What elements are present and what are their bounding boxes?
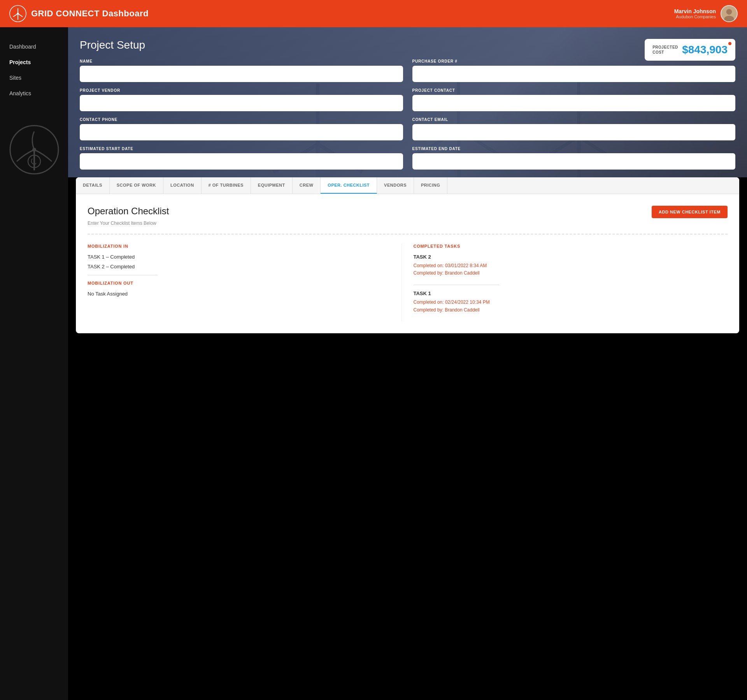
header: GRID CONNECT Dashboard Marvin Johnson Au… — [0, 0, 747, 27]
form-label-start-date: ESTIMATED START DATE — [80, 147, 403, 151]
checklist-columns: MOBILIZATION IN TASK 1 – Completed TASK … — [88, 244, 728, 322]
checklist-left: MOBILIZATION IN TASK 1 – Completed TASK … — [88, 244, 402, 322]
sidebar-item-analytics[interactable]: Analytics — [0, 86, 68, 101]
completed-task-1-completed-by: Completed by: Brandon Caddell — [414, 306, 728, 314]
svg-point-5 — [17, 13, 19, 15]
mobilization-out-title: MOBILIZATION OUT — [88, 281, 390, 285]
sidebar-item-projects[interactable]: Projects — [0, 54, 68, 70]
form-label-phone: CONTACT PHONE — [80, 117, 403, 122]
form-group-end-date: ESTIMATED END DATE — [412, 147, 736, 170]
add-checklist-button[interactable]: ADD NEW CHECKLIST ITEM — [652, 206, 728, 218]
form-label-vendor: PROJECT VENDOR — [80, 88, 403, 93]
header-title: GRID CONNECT Dashboard — [31, 9, 149, 19]
tab-num-turbines[interactable]: # OF TURBINES — [202, 177, 251, 194]
svg-point-7 — [726, 9, 732, 15]
task-1: TASK 1 – Completed — [88, 254, 390, 260]
layout: Dashboard Projects Sites Analytics — [0, 27, 747, 700]
form-label-end-date: ESTIMATED END DATE — [412, 147, 736, 151]
completed-on-label-0: Completed on: — [414, 263, 444, 268]
user-info: Marvin Johnson Audubon Companies — [674, 8, 716, 19]
user-name: Marvin Johnson — [674, 8, 716, 14]
estimated-start-input[interactable] — [80, 153, 403, 170]
name-input[interactable] — [80, 66, 403, 82]
form-group-start-date: ESTIMATED START DATE — [80, 147, 403, 170]
header-right: Marvin Johnson Audubon Companies — [674, 5, 738, 22]
purchase-order-input[interactable] — [412, 66, 736, 82]
projected-cost-dot — [728, 42, 731, 45]
completed-task-1-name: TASK 1 — [414, 290, 728, 296]
avatar-image — [721, 6, 737, 21]
completed-task-2-completed-by: Completed by: Brandon Caddell — [414, 270, 728, 277]
projected-cost-badge: PROJECTED COST $843,903 — [645, 39, 735, 61]
completed-task-block-2: TASK 2 Completed on: 03/01/2022 8:34 AM … — [414, 254, 728, 277]
estimated-end-input[interactable] — [412, 153, 736, 170]
main-content: Project Setup PROJECTED COST $843,903 NA… — [68, 27, 747, 700]
contact-phone-input[interactable] — [80, 124, 403, 140]
sidebar-item-dashboard[interactable]: Dashboard — [0, 39, 68, 54]
form-group-vendor: PROJECT VENDOR — [80, 88, 403, 111]
completed-by-value-1: Brandon Caddell — [445, 307, 479, 313]
completed-by-label-0: Completed by: — [414, 270, 444, 276]
completed-by-value-0: Brandon Caddell — [445, 270, 479, 276]
completed-task-block-1: TASK 1 Completed on: 02/24/2022 10:34 PM… — [414, 290, 728, 313]
contact-email-input[interactable] — [412, 124, 736, 140]
completed-task-separator-1 — [414, 285, 499, 285]
header-left: GRID CONNECT Dashboard — [9, 5, 149, 22]
tab-crew[interactable]: CREW — [293, 177, 321, 194]
checklist-right: COMPLETED TASKS TASK 2 Completed on: 03/… — [414, 244, 728, 322]
tab-equipment[interactable]: EQUIPMENT — [251, 177, 293, 194]
projected-cost-value: $843,903 — [682, 44, 728, 56]
checklist-subtitle: Enter Your Checklist Items Below — [88, 220, 728, 226]
sidebar-label-projects: Projects — [9, 59, 31, 65]
mob-in-separator — [88, 275, 158, 275]
sidebar-label-dashboard: Dashboard — [9, 44, 36, 50]
tab-pricing[interactable]: PRICING — [414, 177, 447, 194]
tabs-bar: DETAILS SCOPE OF WORK LOCATION # OF TURB… — [76, 177, 739, 194]
form-group-email: CONTACT EMAIL — [412, 117, 736, 140]
sidebar-turbine-icon — [9, 124, 60, 175]
logo-icon — [9, 5, 26, 22]
tab-vendors[interactable]: VENDORS — [377, 177, 414, 194]
tab-content-checklist: Operation Checklist ADD NEW CHECKLIST IT… — [76, 194, 739, 333]
project-vendor-input[interactable] — [80, 95, 403, 111]
mobilization-in-title: MOBILIZATION IN — [88, 244, 390, 248]
mobilization-out-section: MOBILIZATION OUT No Task Assigned — [88, 281, 390, 297]
completed-tasks-title: COMPLETED TASKS — [414, 244, 728, 248]
sidebar-logo — [0, 117, 68, 183]
svg-point-11 — [32, 148, 36, 152]
no-task-label: No Task Assigned — [88, 291, 390, 297]
tabs-section: DETAILS SCOPE OF WORK LOCATION # OF TURB… — [76, 177, 739, 333]
sidebar-label-analytics: Analytics — [9, 90, 31, 96]
checklist-title: Operation Checklist — [88, 206, 169, 217]
completed-on-label-1: Completed on: — [414, 299, 444, 305]
tab-scope-of-work[interactable]: SCOPE OF WORK — [110, 177, 163, 194]
form-group-contact: PROJECT CONTACT — [412, 88, 736, 111]
completed-task-2-name: TASK 2 — [414, 254, 728, 260]
project-setup-title: Project Setup — [80, 39, 735, 51]
completed-on-value-0: 03/01/2022 8:34 AM — [445, 263, 487, 268]
avatar — [721, 5, 738, 22]
user-company: Audubon Companies — [674, 14, 716, 19]
tab-oper-checklist[interactable]: OPER. CHECKLIST — [321, 177, 377, 194]
mobilization-in-section: MOBILIZATION IN TASK 1 – Completed TASK … — [88, 244, 390, 270]
tab-location[interactable]: LOCATION — [163, 177, 202, 194]
completed-task-1-completed-on: Completed on: 02/24/2022 10:34 PM — [414, 299, 728, 306]
form-label-name: NAME — [80, 59, 403, 63]
checklist-header: Operation Checklist ADD NEW CHECKLIST IT… — [88, 206, 728, 218]
tab-details[interactable]: DETAILS — [76, 177, 110, 194]
completed-on-value-1: 02/24/2022 10:34 PM — [445, 299, 490, 305]
sidebar-item-sites[interactable]: Sites — [0, 70, 68, 86]
form-group-phone: CONTACT PHONE — [80, 117, 403, 140]
sidebar: Dashboard Projects Sites Analytics — [0, 27, 68, 700]
completed-by-label-1: Completed by: — [414, 307, 444, 313]
hero-section: Project Setup PROJECTED COST $843,903 NA… — [68, 27, 747, 177]
project-contact-input[interactable] — [412, 95, 736, 111]
form-label-contact: PROJECT CONTACT — [412, 88, 736, 93]
form-grid: NAME PURCHASE ORDER # PROJECT VENDOR PRO… — [80, 59, 735, 170]
task-2: TASK 2 – Completed — [88, 264, 390, 270]
checklist-divider — [88, 234, 728, 234]
completed-task-2-completed-on: Completed on: 03/01/2022 8:34 AM — [414, 262, 728, 270]
form-label-email: CONTACT EMAIL — [412, 117, 736, 122]
form-group-name: NAME — [80, 59, 403, 82]
form-group-po: PURCHASE ORDER # — [412, 59, 736, 82]
